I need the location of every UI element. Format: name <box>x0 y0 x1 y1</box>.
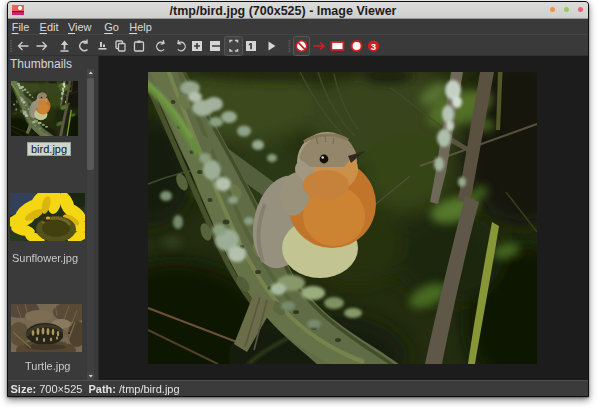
svg-text:3: 3 <box>371 41 376 52</box>
